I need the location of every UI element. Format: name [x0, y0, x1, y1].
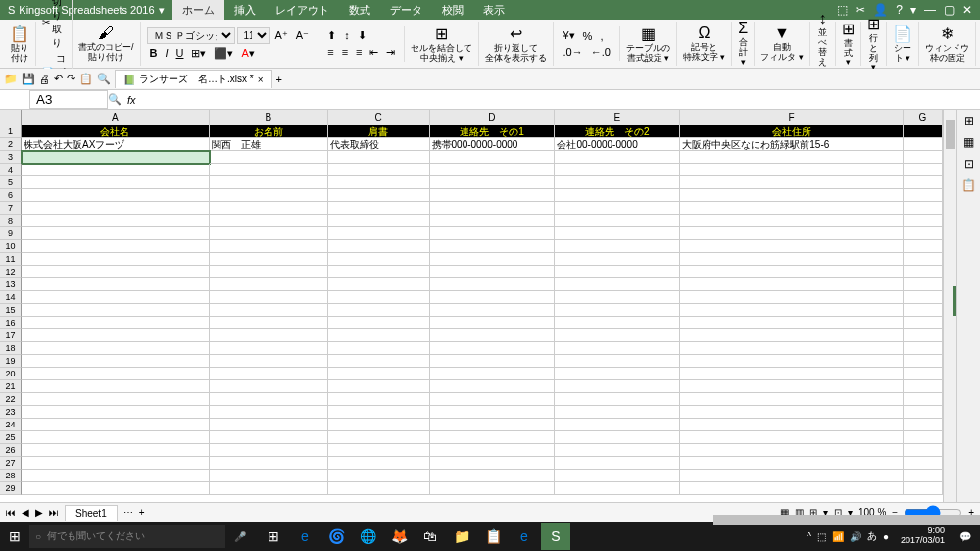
- qat-print-icon[interactable]: 🖨: [39, 74, 50, 85]
- file-tab[interactable]: 📗 ランサーズ 名…ト.xlsx * ×: [115, 70, 272, 88]
- cell[interactable]: [904, 444, 943, 457]
- cell[interactable]: [680, 278, 904, 291]
- cell[interactable]: [555, 266, 680, 278]
- row-header[interactable]: 15: [0, 304, 22, 317]
- cell[interactable]: [680, 419, 904, 431]
- cell[interactable]: [328, 266, 430, 278]
- cell[interactable]: [210, 240, 328, 253]
- cell[interactable]: [904, 406, 943, 419]
- cell[interactable]: [680, 380, 904, 393]
- vscroll-thumb[interactable]: [946, 120, 956, 149]
- row-header[interactable]: 11: [0, 253, 22, 266]
- cell[interactable]: [904, 368, 943, 380]
- align-middle-icon[interactable]: ↕: [341, 28, 353, 42]
- cell[interactable]: [904, 304, 943, 317]
- hscroll-thumb[interactable]: [713, 515, 980, 525]
- cell[interactable]: [904, 151, 943, 164]
- cell[interactable]: [328, 317, 430, 329]
- cell[interactable]: [680, 151, 904, 164]
- cell[interactable]: [555, 444, 680, 457]
- system-clock[interactable]: 9:00 2017/03/01: [895, 526, 951, 546]
- cell[interactable]: [210, 176, 328, 189]
- cell[interactable]: [328, 457, 430, 470]
- align-left-icon[interactable]: ≡: [324, 45, 336, 59]
- cell[interactable]: [904, 355, 943, 368]
- col-header-g[interactable]: G: [904, 110, 943, 125]
- cell[interactable]: [328, 406, 430, 419]
- panel-icon-1[interactable]: ⊞: [964, 114, 974, 127]
- vertical-scrollbar[interactable]: [943, 110, 956, 502]
- cell[interactable]: [430, 342, 556, 355]
- cell[interactable]: [22, 278, 210, 291]
- chrome-icon[interactable]: 🌐: [353, 523, 382, 550]
- bold-button[interactable]: B: [147, 46, 161, 60]
- cell[interactable]: [22, 431, 210, 444]
- cell[interactable]: [680, 355, 904, 368]
- skin-icon[interactable]: ⬚: [837, 3, 848, 17]
- align-right-icon[interactable]: ≡: [353, 45, 365, 59]
- cell[interactable]: [904, 329, 943, 342]
- tray-volume-icon[interactable]: 🔊: [850, 531, 861, 542]
- cell[interactable]: [22, 202, 210, 215]
- cell[interactable]: [22, 444, 210, 457]
- cortana-search[interactable]: ○ 何でも聞いてください: [29, 525, 225, 548]
- cell[interactable]: [430, 253, 556, 266]
- cell[interactable]: [22, 164, 210, 176]
- cell[interactable]: [904, 380, 943, 393]
- sheet-menu-icon[interactable]: ⋯: [118, 507, 139, 518]
- cell[interactable]: [904, 291, 943, 304]
- sheet-nav-prev-icon[interactable]: ◀: [20, 507, 31, 518]
- cell[interactable]: [555, 278, 680, 291]
- rowcol-button[interactable]: ⊞ 行と列 ▾: [861, 22, 887, 66]
- cell[interactable]: [22, 189, 210, 202]
- percent-icon[interactable]: %: [580, 29, 596, 43]
- cell[interactable]: [904, 164, 943, 176]
- cell[interactable]: [430, 355, 556, 368]
- cut-icon[interactable]: ✂: [42, 17, 50, 27]
- cell[interactable]: [22, 380, 210, 393]
- indent-decrease-icon[interactable]: ⇤: [367, 45, 381, 60]
- spreadsheet[interactable]: A B C D E F G 1会社名お名前肩書連絡先 その1連絡先 その2会社住…: [0, 110, 943, 502]
- cell[interactable]: [680, 202, 904, 215]
- cell[interactable]: [210, 470, 328, 482]
- row-header[interactable]: 4: [0, 164, 22, 176]
- cell[interactable]: [555, 202, 680, 215]
- cell[interactable]: [430, 329, 556, 342]
- select-all-corner[interactable]: [0, 110, 22, 125]
- cell[interactable]: [680, 164, 904, 176]
- tray-up-icon[interactable]: ^: [807, 531, 811, 542]
- row-header[interactable]: 16: [0, 317, 22, 329]
- cell[interactable]: [555, 470, 680, 482]
- tab-layout[interactable]: レイアウト: [266, 0, 339, 21]
- cell[interactable]: [210, 444, 328, 457]
- cell[interactable]: [210, 253, 328, 266]
- cell[interactable]: [555, 393, 680, 406]
- cell[interactable]: [210, 368, 328, 380]
- cell[interactable]: [328, 482, 430, 495]
- tab-home[interactable]: ホーム: [172, 0, 224, 21]
- cell[interactable]: [328, 355, 430, 368]
- align-center-icon[interactable]: ≡: [339, 45, 351, 59]
- cell[interactable]: [328, 164, 430, 176]
- cell[interactable]: お名前: [210, 125, 328, 138]
- cell[interactable]: [210, 278, 328, 291]
- cell[interactable]: 株式会社大阪AXフーヅ: [22, 138, 210, 151]
- cell[interactable]: [680, 406, 904, 419]
- cell[interactable]: [680, 304, 904, 317]
- cell[interactable]: [22, 470, 210, 482]
- cell[interactable]: 連絡先 その1: [430, 125, 556, 138]
- font-size-select[interactable]: 11: [237, 27, 270, 44]
- col-header-d[interactable]: D: [430, 110, 556, 125]
- cell[interactable]: [328, 215, 430, 227]
- cell[interactable]: [680, 189, 904, 202]
- cell[interactable]: [680, 482, 904, 495]
- row-header[interactable]: 24: [0, 419, 22, 431]
- cell[interactable]: [210, 202, 328, 215]
- sheet-button[interactable]: 📄 シート ▾: [887, 22, 919, 66]
- cell[interactable]: [904, 266, 943, 278]
- ie-icon[interactable]: e: [510, 523, 539, 550]
- cell[interactable]: [555, 189, 680, 202]
- row-header[interactable]: 17: [0, 329, 22, 342]
- minimize-icon[interactable]: —: [924, 3, 936, 17]
- cell[interactable]: [22, 253, 210, 266]
